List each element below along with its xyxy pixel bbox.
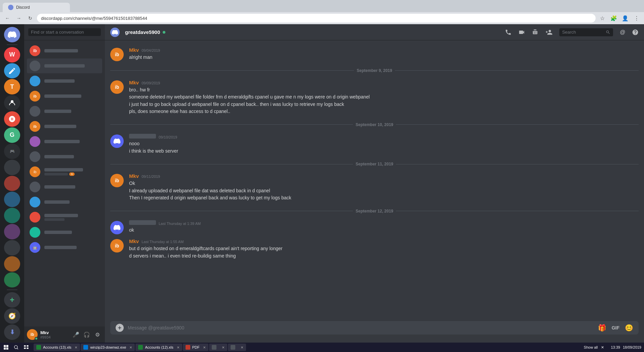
add-friend-icon[interactable] xyxy=(545,29,553,36)
help-icon[interactable] xyxy=(632,29,639,36)
taskbar: Accounts (13).xls ✕ winzip23-downwz.exe … xyxy=(0,343,644,352)
usertag-label: #9934 xyxy=(40,335,69,339)
taskbar-item-2[interactable]: winzip23-downwz.exe ✕ xyxy=(81,344,135,351)
search-taskbar-button[interactable] xyxy=(11,343,21,352)
tab-title: Discord xyxy=(16,5,30,10)
taskbar-item-4[interactable]: PDF ✕ xyxy=(183,344,208,351)
message-timestamp-5: Last Thursday at 1:39 AM xyxy=(159,222,201,226)
call-icon[interactable] xyxy=(505,29,512,36)
taskbar-item-close-2[interactable]: ✕ xyxy=(129,346,132,349)
dm-item-9[interactable]: ib 1 xyxy=(27,164,102,179)
server-icon-1[interactable]: W xyxy=(4,47,20,63)
dm-item-6[interactable]: ib xyxy=(27,119,102,134)
back-button[interactable]: ← xyxy=(3,13,12,23)
msg-avatar-discord-2 xyxy=(110,221,124,234)
status-dot xyxy=(35,337,38,340)
server-icon-4[interactable] xyxy=(4,95,20,111)
taskbar-item-1[interactable]: Accounts (13).xls ✕ xyxy=(34,344,80,351)
taskbar-item-icon-6 xyxy=(231,345,235,350)
reload-button[interactable]: ↻ xyxy=(26,13,35,23)
forward-button[interactable]: → xyxy=(14,13,24,23)
dm-item-14[interactable]: 🤖 xyxy=(27,240,102,255)
server-icon-blurred-6[interactable] xyxy=(4,240,20,256)
message-text-2: bro.. hw fr someone deleted my webpanel … xyxy=(129,87,639,115)
mute-button[interactable]: 🎤 xyxy=(71,330,81,339)
profile-button[interactable]: 👤 xyxy=(620,13,630,23)
dm-item-12[interactable] xyxy=(27,210,102,225)
server-icon-2[interactable] xyxy=(4,63,20,79)
server-divider-2 xyxy=(7,289,17,290)
add-server-button[interactable]: + xyxy=(4,292,20,308)
server-icon-blurred-1[interactable] xyxy=(4,160,20,175)
taskbar-item-3[interactable]: Accounts (12).xls ✕ xyxy=(135,344,182,351)
server-icon-blurred-8[interactable] xyxy=(4,272,20,288)
start-button[interactable] xyxy=(1,343,11,352)
add-attachment-button[interactable]: + xyxy=(116,324,124,332)
dm-item-4[interactable]: ib xyxy=(27,89,102,104)
gift-icon[interactable]: 🎁 xyxy=(598,324,606,332)
server-icon-blurred-4[interactable] xyxy=(4,208,20,223)
taskbar-item-6[interactable]: ✕ xyxy=(228,344,246,351)
dm-item-5[interactable] xyxy=(27,104,102,119)
dm-item-1[interactable]: ib xyxy=(27,43,102,58)
taskbar-item-close-1[interactable]: ✕ xyxy=(75,346,77,349)
taskbar-item-close-5[interactable]: ✕ xyxy=(222,346,225,349)
taskbar-close-all[interactable]: ✕ xyxy=(601,345,607,350)
taskbar-item-close-4[interactable]: ✕ xyxy=(203,346,206,349)
message-content-5: Last Thursday at 1:39 AM ok xyxy=(129,220,639,234)
emoji-icon[interactable]: 😊 xyxy=(625,324,633,332)
taskbar-time: 13:39 xyxy=(611,345,620,349)
taskbar-item-5[interactable]: ✕ xyxy=(209,344,227,351)
server-icon-blurred-3[interactable] xyxy=(4,192,20,207)
deafen-button[interactable]: 🎧 xyxy=(82,330,91,339)
dm-item-8[interactable] xyxy=(27,149,102,164)
divider-line-left-4 xyxy=(110,211,353,211)
settings-button[interactable]: ⚙ xyxy=(93,330,102,339)
message-input[interactable] xyxy=(128,321,594,335)
dm-item-11[interactable] xyxy=(27,195,102,209)
address-bar[interactable] xyxy=(37,14,596,23)
server-icon-blurred-7[interactable] xyxy=(4,256,20,272)
dm-avatar-12 xyxy=(30,212,40,223)
header-search-input[interactable] xyxy=(562,30,604,35)
bookmark-button[interactable]: ☆ xyxy=(598,13,607,23)
discord-home-button[interactable] xyxy=(4,27,20,42)
dm-item-10[interactable] xyxy=(27,180,102,194)
browser-toolbar: ← → ↻ ☆ 🧩 👤 ⋮ xyxy=(0,12,644,24)
tab-favicon xyxy=(8,5,13,10)
header-search-bar[interactable] xyxy=(559,28,613,36)
server-icon-3[interactable]: T xyxy=(4,79,20,94)
dm-item-13[interactable] xyxy=(27,225,102,240)
taskbar-item-close-3[interactable]: ✕ xyxy=(177,346,179,349)
mentions-icon[interactable]: @ xyxy=(620,29,625,35)
dm-item-3[interactable] xyxy=(27,74,102,88)
extensions-button[interactable]: 🧩 xyxy=(609,13,618,23)
taskbar-item-close-6[interactable]: ✕ xyxy=(241,346,243,349)
dm-name-blur-8 xyxy=(44,155,74,158)
download-button[interactable]: ⬇ xyxy=(4,324,20,340)
dm-search-input[interactable] xyxy=(28,28,101,36)
menu-button[interactable]: ⋮ xyxy=(632,13,641,23)
dm-item-7[interactable] xyxy=(27,134,102,149)
taskbar-show-all[interactable]: Show all xyxy=(584,345,601,349)
explore-servers-button[interactable]: 🧭 xyxy=(4,308,20,324)
dm-preview-blur-12 xyxy=(44,218,65,221)
server-icon-7[interactable]: 🎮 xyxy=(4,144,20,159)
server-icon-5[interactable] xyxy=(4,111,20,127)
browser-tab-discord[interactable]: Discord xyxy=(3,3,70,12)
message-author-blurred-2 xyxy=(129,220,156,225)
message-text-3: nooo i think is the web server xyxy=(129,141,639,154)
server-icon-blurred-5[interactable] xyxy=(4,224,20,239)
gif-icon[interactable]: GIF xyxy=(612,325,619,330)
date-label-sep12: September 12, 2019 xyxy=(356,209,393,213)
pin-icon[interactable] xyxy=(532,29,538,36)
task-view-button[interactable] xyxy=(22,343,31,352)
message-timestamp-3: 09/10/2019 xyxy=(159,135,177,139)
server-icon-6[interactable]: G xyxy=(4,127,20,143)
message-timestamp-4: 09/11/2019 xyxy=(142,174,160,179)
message-text-5: ok xyxy=(129,227,639,234)
server-icon-blurred-2[interactable] xyxy=(4,176,20,191)
video-icon[interactable] xyxy=(518,29,525,36)
message-line-4-0: Ok xyxy=(129,180,639,187)
dm-item-2[interactable] xyxy=(27,58,102,73)
